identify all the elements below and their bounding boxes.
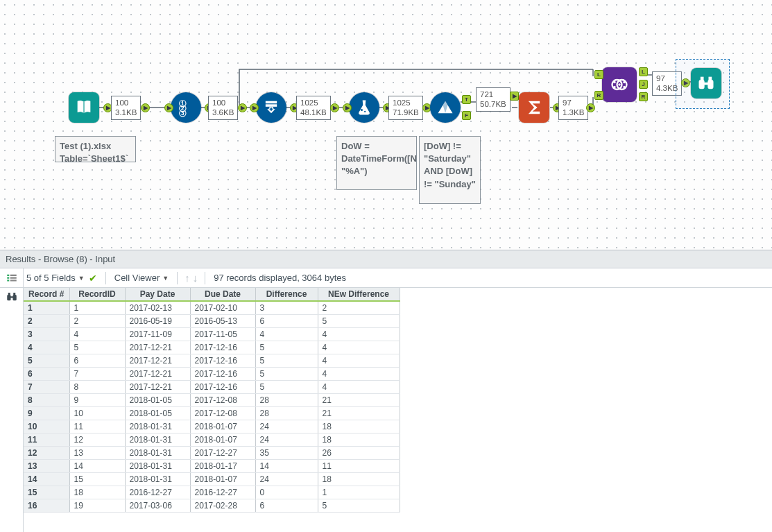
- cell[interactable]: 4: [318, 341, 400, 354]
- cell[interactable]: 2017-12-27: [190, 447, 255, 460]
- results-grid[interactable]: Record #RecordIDPay DateDue DateDifferen…: [24, 288, 400, 513]
- cell[interactable]: 1: [24, 301, 69, 315]
- cell[interactable]: 2: [24, 315, 69, 328]
- cell[interactable]: 6: [255, 499, 318, 513]
- cell[interactable]: 12: [24, 447, 69, 460]
- cell[interactable]: 2018-01-07: [190, 434, 255, 447]
- cell[interactable]: 10: [69, 407, 125, 420]
- sort-desc-icon[interactable]: ↓: [191, 272, 200, 284]
- cell[interactable]: 4: [318, 368, 400, 381]
- cell[interactable]: 11: [318, 460, 400, 473]
- join-tool[interactable]: [602, 67, 637, 102]
- cell[interactable]: 15: [69, 473, 125, 486]
- table-row[interactable]: 562017-12-212017-12-1654: [24, 354, 400, 368]
- cell[interactable]: 2016-12-27: [125, 486, 190, 499]
- cell[interactable]: 4: [255, 328, 318, 341]
- filter-false-anchor[interactable]: F: [462, 111, 471, 120]
- cell[interactable]: 19: [69, 499, 125, 513]
- column-header[interactable]: Record #: [24, 288, 69, 301]
- cell[interactable]: 5: [255, 354, 318, 368]
- cell[interactable]: 28: [255, 394, 318, 407]
- table-row[interactable]: 672017-12-212017-12-1654: [24, 368, 400, 381]
- cell[interactable]: 2018-01-31: [125, 447, 190, 460]
- cell[interactable]: 14: [69, 460, 125, 473]
- cell[interactable]: 2016-12-27: [190, 486, 255, 499]
- sort-asc-icon[interactable]: ↑: [183, 272, 191, 284]
- cell[interactable]: 2018-01-31: [125, 420, 190, 434]
- cell[interactable]: 1: [318, 486, 400, 499]
- cell[interactable]: 26: [318, 447, 400, 460]
- column-header[interactable]: NEw Difference: [318, 288, 400, 301]
- table-row[interactable]: 452017-12-212017-12-1654: [24, 341, 400, 354]
- cell[interactable]: 2017-12-16: [190, 368, 255, 381]
- cell[interactable]: 4: [24, 341, 69, 354]
- table-row[interactable]: 15182016-12-272016-12-2701: [24, 486, 400, 499]
- cell[interactable]: 9: [69, 394, 125, 407]
- column-header[interactable]: RecordID: [69, 288, 125, 301]
- cell[interactable]: 2018-01-31: [125, 473, 190, 486]
- cell[interactable]: 2018-01-07: [190, 473, 255, 486]
- cell[interactable]: 13: [69, 447, 125, 460]
- table-row[interactable]: 342017-11-092017-11-0544: [24, 328, 400, 341]
- cell[interactable]: 2017-12-21: [125, 341, 190, 354]
- cell[interactable]: 6: [69, 354, 125, 368]
- cell[interactable]: 24: [255, 473, 318, 486]
- cell[interactable]: 5: [255, 341, 318, 354]
- cell[interactable]: 4: [318, 328, 400, 341]
- cell[interactable]: 5: [318, 499, 400, 513]
- cell[interactable]: 3: [24, 328, 69, 341]
- cell[interactable]: 2018-01-05: [125, 394, 190, 407]
- cell[interactable]: 5: [318, 315, 400, 328]
- cell[interactable]: 2018-01-31: [125, 434, 190, 447]
- output-anchor[interactable]: ▶: [141, 103, 150, 112]
- input-anchor[interactable]: ▶: [164, 103, 173, 112]
- cell[interactable]: 9: [24, 407, 69, 420]
- cell[interactable]: 2017-12-16: [190, 354, 255, 368]
- cell[interactable]: 13: [24, 460, 69, 473]
- cell[interactable]: 2017-12-21: [125, 368, 190, 381]
- generate-rows-tool[interactable]: [256, 92, 286, 123]
- cell[interactable]: 11: [69, 420, 125, 434]
- table-row[interactable]: 13142018-01-312018-01-171411: [24, 460, 400, 473]
- cell[interactable]: 24: [255, 420, 318, 434]
- cell[interactable]: 7: [24, 381, 69, 394]
- cell[interactable]: 4: [318, 354, 400, 368]
- input-anchor[interactable]: ▶: [250, 103, 259, 112]
- cell[interactable]: 2017-11-09: [125, 328, 190, 341]
- cell[interactable]: 18: [318, 420, 400, 434]
- formula-tool[interactable]: [349, 92, 379, 123]
- cell[interactable]: 18: [318, 473, 400, 486]
- cell[interactable]: 1: [69, 301, 125, 315]
- table-row[interactable]: 16192017-03-062017-02-2865: [24, 499, 400, 513]
- cell[interactable]: 35: [255, 447, 318, 460]
- cell[interactable]: 2: [318, 301, 400, 315]
- cell[interactable]: 2017-12-21: [125, 381, 190, 394]
- cell[interactable]: 5: [24, 354, 69, 368]
- table-row[interactable]: 12132018-01-312017-12-273526: [24, 447, 400, 460]
- table-row[interactable]: 222016-05-192016-05-1365: [24, 315, 400, 328]
- join-out-join-anchor[interactable]: J: [639, 80, 648, 89]
- summarize-tool[interactable]: [519, 92, 549, 123]
- cell[interactable]: 2017-02-28: [190, 499, 255, 513]
- cell[interactable]: 2017-11-05: [190, 328, 255, 341]
- cell[interactable]: 21: [318, 394, 400, 407]
- cell-viewer-selector[interactable]: Cell Viewer ▼: [112, 273, 171, 283]
- cell[interactable]: 4: [318, 381, 400, 394]
- join-right-anchor[interactable]: R: [594, 91, 603, 100]
- cell[interactable]: 2018-01-17: [190, 460, 255, 473]
- input-data-tool[interactable]: [69, 92, 99, 123]
- browse-tool[interactable]: [691, 68, 721, 98]
- table-row[interactable]: 782017-12-212017-12-1654: [24, 381, 400, 394]
- table-row[interactable]: 11122018-01-312018-01-072418: [24, 434, 400, 447]
- cell[interactable]: 12: [69, 434, 125, 447]
- cell[interactable]: 2016-05-19: [125, 315, 190, 328]
- join-out-right-anchor[interactable]: R: [639, 92, 648, 101]
- cell[interactable]: 2016-05-13: [190, 315, 255, 328]
- cell[interactable]: 2017-12-16: [190, 341, 255, 354]
- table-row[interactable]: 112017-02-132017-02-1032: [24, 301, 400, 315]
- cell[interactable]: 5: [69, 341, 125, 354]
- cell[interactable]: 2017-12-21: [125, 354, 190, 368]
- cell[interactable]: 6: [255, 315, 318, 328]
- cell[interactable]: 21: [318, 407, 400, 420]
- cell[interactable]: 15: [24, 486, 69, 499]
